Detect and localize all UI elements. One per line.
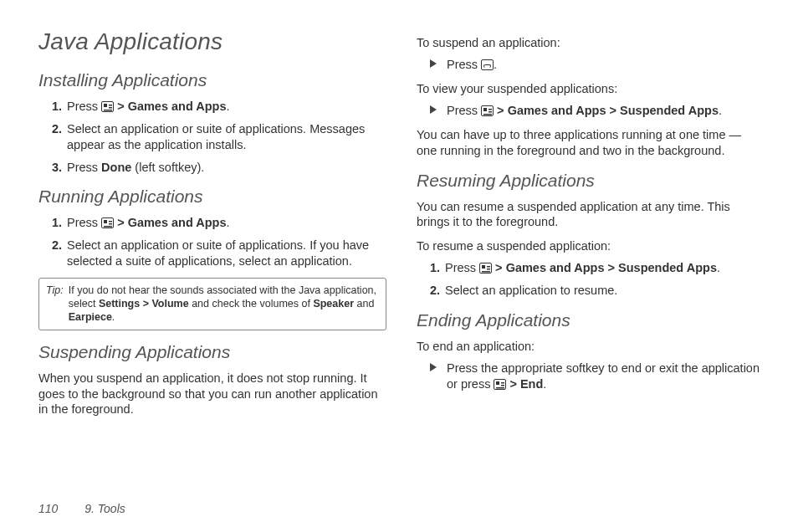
separator-gt: > bbox=[605, 261, 619, 274]
bold-text: Speaker bbox=[313, 298, 354, 309]
content-columns: Java Applications Installing Application… bbox=[38, 28, 765, 426]
end-action: Press the appropriate softkey to end or … bbox=[417, 361, 765, 392]
bold-text: Games and Apps bbox=[128, 100, 227, 113]
triangle-icon bbox=[430, 363, 437, 371]
separator-gt: > bbox=[506, 377, 520, 391]
separator-gt: > bbox=[606, 104, 621, 117]
text: and check the volumes of bbox=[189, 298, 314, 309]
heading-ending: Ending Applications bbox=[417, 310, 765, 330]
heading-resuming: Resuming Applications bbox=[417, 171, 765, 191]
end-key-icon bbox=[481, 59, 494, 70]
body-text: You can have up to three applications ru… bbox=[417, 127, 765, 159]
list-item: Press > Games and Apps > Suspended Apps. bbox=[430, 260, 765, 276]
separator-gt: > bbox=[494, 104, 508, 117]
lead-text: To view your suspended applications: bbox=[417, 81, 765, 96]
lead-text: To resume a suspended application: bbox=[417, 238, 765, 253]
bold-text: Games and Apps bbox=[508, 104, 606, 117]
list-item: Select an application to resume. bbox=[430, 283, 765, 299]
text: . bbox=[112, 311, 115, 323]
bold-text: Done bbox=[101, 161, 131, 174]
separator-gt: > bbox=[492, 261, 506, 274]
text: . bbox=[227, 216, 230, 229]
running-steps: Press > Games and Apps. Select an applic… bbox=[38, 215, 386, 269]
text: . bbox=[494, 58, 497, 71]
lead-text: To suspend an application: bbox=[417, 35, 765, 50]
triangle-icon bbox=[430, 59, 437, 68]
resume-steps: Press > Games and Apps > Suspended Apps.… bbox=[417, 260, 765, 299]
list-item: Press the appropriate softkey to end or … bbox=[430, 361, 765, 392]
heading-installing: Installing Applications bbox=[38, 70, 386, 90]
body-text: When you suspend an application, it does… bbox=[38, 371, 386, 418]
installing-steps: Press > Games and Apps. Select an applic… bbox=[38, 99, 386, 175]
text: Press bbox=[67, 216, 101, 229]
bold-text: Suspended Apps bbox=[618, 261, 717, 274]
right-column: To suspend an application: Press . To vi… bbox=[417, 28, 765, 426]
menu-icon bbox=[479, 263, 492, 274]
list-item: Press > Games and Apps > Suspended Apps. bbox=[430, 103, 765, 119]
text: Press bbox=[67, 100, 101, 113]
text: . bbox=[719, 104, 722, 117]
text: Press bbox=[445, 261, 479, 274]
text: Press bbox=[447, 58, 481, 71]
bold-text: Games and Apps bbox=[506, 261, 605, 274]
page-title: Java Applications bbox=[38, 28, 386, 55]
list-item: Press > Games and Apps. bbox=[52, 99, 386, 115]
tip-label: Tip: bbox=[46, 284, 64, 325]
text: . bbox=[717, 261, 720, 274]
triangle-icon bbox=[430, 105, 437, 114]
tip-box: Tip: If you do not hear the sounds assoc… bbox=[38, 278, 386, 330]
page-footer: 110 9. Tools bbox=[38, 502, 125, 515]
page-number: 110 bbox=[38, 502, 58, 515]
list-item: Press Done (left softkey). bbox=[52, 160, 386, 176]
text: (left softkey). bbox=[131, 161, 204, 174]
suspend-action: Press . bbox=[417, 57, 765, 73]
bold-text: End bbox=[520, 377, 543, 391]
separator-gt: > bbox=[140, 298, 151, 309]
menu-icon bbox=[494, 379, 506, 390]
body-text: You can resume a suspended application a… bbox=[417, 199, 765, 231]
view-action: Press > Games and Apps > Suspended Apps. bbox=[417, 103, 765, 119]
section-name: 9. Tools bbox=[84, 502, 125, 515]
menu-icon bbox=[101, 217, 114, 228]
heading-running: Running Applications bbox=[38, 187, 386, 207]
separator-gt: > bbox=[117, 216, 128, 229]
menu-icon bbox=[101, 101, 114, 112]
text: . bbox=[227, 100, 230, 113]
separator-gt: > bbox=[117, 100, 128, 113]
list-item: Press . bbox=[430, 57, 765, 73]
bold-text: Earpiece bbox=[69, 311, 112, 323]
bold-text: Volume bbox=[151, 298, 188, 309]
list-item: Select an application or suite of applic… bbox=[52, 121, 386, 153]
menu-icon bbox=[481, 105, 494, 116]
text: and bbox=[354, 298, 374, 309]
text: Press bbox=[447, 104, 481, 117]
text: Press bbox=[67, 161, 101, 174]
left-column: Java Applications Installing Application… bbox=[38, 28, 386, 426]
bold-text: Games and Apps bbox=[128, 216, 227, 229]
tip-text: If you do not hear the sounds associated… bbox=[69, 284, 379, 325]
list-item: Press > Games and Apps. bbox=[52, 215, 386, 231]
heading-suspending: Suspending Applications bbox=[38, 342, 386, 362]
lead-text: To end an application: bbox=[417, 339, 765, 354]
bold-text: Suspended Apps bbox=[620, 104, 719, 117]
bold-text: Settings bbox=[99, 298, 140, 309]
text: . bbox=[543, 377, 546, 391]
list-item: Select an application or suite of applic… bbox=[52, 238, 386, 269]
